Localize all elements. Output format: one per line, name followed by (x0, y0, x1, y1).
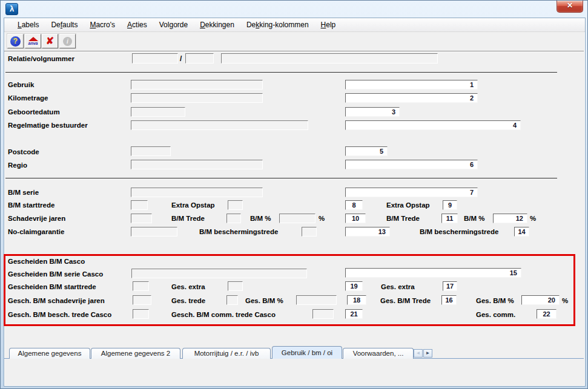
numbered-field-13[interactable]: 13 (345, 227, 390, 237)
label-extra-opstap-right: Extra Opstap (386, 201, 430, 210)
label-ges-bm-pct-left: Ges. B/M % (245, 296, 283, 306)
anva-app-icon[interactable]: λ (5, 3, 18, 15)
numbered-field-19[interactable]: 19 (345, 281, 363, 291)
tab-scroll-left-button: ◄ (414, 349, 423, 358)
label-ges-trede: Ges. trede (171, 296, 205, 306)
input-noclaimgarantie[interactable] (131, 227, 177, 237)
numbered-field-7[interactable]: 7 (345, 188, 478, 197)
menu-item-defaults[interactable]: Defaults (45, 21, 84, 29)
input-extra-opstap[interactable] (228, 200, 243, 210)
numbered-field-6[interactable]: 6 (345, 160, 478, 169)
delete-icon: ✘ (46, 36, 54, 46)
numbered-field-9[interactable]: 9 (443, 200, 457, 210)
numbered-field-17[interactable]: 17 (443, 281, 457, 291)
tab-gebruik-bm-oi[interactable]: Gebruik / bm / oi (272, 346, 342, 359)
input-bm-serie[interactable] (131, 188, 263, 197)
numbered-field-4[interactable]: 4 (345, 120, 521, 130)
tab-voorwaarden[interactable]: Voorwaarden, ... (343, 348, 414, 359)
input-gesch-bm-schadevrije-jaren[interactable] (133, 295, 151, 305)
input-ges-extra[interactable] (228, 281, 243, 291)
tab-algemene-gegevens-2[interactable]: Algemene gegevens 2 (91, 348, 180, 359)
help-icon: ? (10, 36, 21, 47)
label-bm-pct-left: B/M % (250, 214, 271, 223)
anva-button[interactable]: anva (25, 34, 41, 48)
menu-item-acties[interactable]: Acties (121, 21, 153, 29)
close-icon: ✕ (567, 1, 573, 10)
tab-motorrijtuig-er-ivb[interactable]: Motorrijtuig / e.r. / ivb (182, 348, 271, 359)
anva-icon: anva (28, 37, 38, 45)
label-relatie-volgnummer: Relatie/volgnummer (8, 54, 74, 64)
label-pct-left: % (319, 214, 325, 223)
numbered-field-18[interactable]: 18 (347, 295, 366, 305)
label-regio: Regio (8, 161, 27, 170)
tab-scroll-right-button[interactable]: ► (423, 349, 432, 358)
input-gesch-bm-comm-trede-casco[interactable] (312, 309, 334, 319)
input-gescheiden-bm-serie-casco[interactable] (131, 269, 307, 278)
label-extra-opstap-left: Extra Opstap (171, 201, 215, 210)
input-bm-trede[interactable] (226, 214, 241, 223)
input-relatie-naam[interactable] (221, 53, 438, 64)
numbered-field-16[interactable]: 16 (441, 295, 457, 305)
input-geboortedatum[interactable] (131, 107, 185, 117)
numbered-field-15[interactable]: 15 (345, 268, 521, 278)
menu-item-dekkingen[interactable]: Dekkingen (194, 21, 240, 29)
input-bm-pct[interactable] (279, 214, 315, 223)
label-bm-serie: B/M serie (8, 188, 39, 197)
tab-algemene-gegevens[interactable]: Algemene gegevens (9, 348, 90, 359)
label-ges-extra-right: Ges. extra (381, 283, 415, 292)
label-ges-pct: % (562, 296, 568, 306)
input-beschermingstrede[interactable] (302, 227, 317, 237)
input-bm-starttrede[interactable] (131, 200, 148, 210)
label-geboortedatum: Geboortedatum (8, 108, 60, 117)
label-ges-bm-pct-right: Ges. B/M % (476, 296, 514, 306)
numbered-field-12[interactable]: 12 (493, 214, 527, 223)
label-regelmatige-bestuurder: Regelmatige bestuurder (8, 121, 88, 130)
menu-item-help[interactable]: Help (315, 21, 342, 29)
label-pct-right: % (530, 214, 536, 223)
label-kilometrage: Kilometrage (8, 94, 48, 103)
numbered-field-21[interactable]: 21 (345, 309, 363, 319)
label-bm-starttrede: B/M starttrede (8, 201, 55, 210)
label-slash: / (180, 54, 182, 64)
input-ges-bm-pct[interactable] (296, 295, 337, 305)
numbered-field-22[interactable]: 22 (537, 309, 557, 319)
menu-item-volgorde[interactable]: Volgorde (153, 21, 194, 29)
input-relatie-nummer[interactable] (132, 53, 178, 64)
input-ges-trede[interactable] (226, 295, 238, 305)
help-button[interactable]: ? (7, 34, 24, 48)
numbered-field-20[interactable]: 20 (521, 295, 560, 305)
label-beschermingstrede-left: B/M beschermingstrede (199, 227, 278, 237)
numbered-field-1[interactable]: 1 (345, 80, 478, 90)
label-ges-bm-trede: Ges. B/M Trede (380, 296, 431, 306)
numbered-field-2[interactable]: 2 (345, 93, 478, 103)
anva-roof-icon (28, 37, 38, 41)
label-ges-comm: Ges. comm. (476, 310, 515, 319)
label-gescheiden-bm-casco: Gescheiden B/M Casco (8, 257, 85, 266)
input-postcode[interactable] (131, 146, 171, 156)
input-gesch-bm-besch-trede-casco[interactable] (133, 309, 149, 319)
delete-button[interactable]: ✘ (42, 34, 58, 48)
numbered-field-10[interactable]: 10 (345, 214, 366, 223)
menu-item-labels[interactable]: Labels (12, 21, 45, 29)
label-schadevrije-jaren: Schadevrije jaren (8, 214, 65, 223)
close-button[interactable]: ✕ (557, 1, 583, 13)
numbered-field-5[interactable]: 5 (345, 146, 388, 156)
menu-item-dekking-kolommen[interactable]: Dekking-kolommen (240, 21, 315, 29)
numbered-field-11[interactable]: 11 (441, 214, 458, 223)
label-ges-extra-left: Ges. extra (171, 283, 205, 292)
numbered-field-3[interactable]: 3 (345, 107, 400, 117)
input-volgnummer[interactable] (185, 53, 214, 64)
input-kilometrage[interactable] (131, 93, 263, 103)
separator-line-2 (5, 178, 557, 178)
menu-item-macros[interactable]: Macro's (84, 21, 121, 29)
input-schadevrije-jaren[interactable] (131, 214, 152, 223)
input-gescheiden-bm-starttrede[interactable] (133, 281, 149, 291)
input-regio[interactable] (131, 160, 263, 169)
numbered-field-8[interactable]: 8 (345, 200, 363, 210)
label-bm-trede-left: B/M Trede (171, 214, 205, 223)
input-regelmatige-bestuurder[interactable] (131, 120, 308, 130)
separator-line-1 (5, 72, 557, 73)
input-gebruik[interactable] (131, 80, 263, 90)
numbered-field-14[interactable]: 14 (514, 227, 529, 237)
info-icon: i (63, 37, 72, 46)
